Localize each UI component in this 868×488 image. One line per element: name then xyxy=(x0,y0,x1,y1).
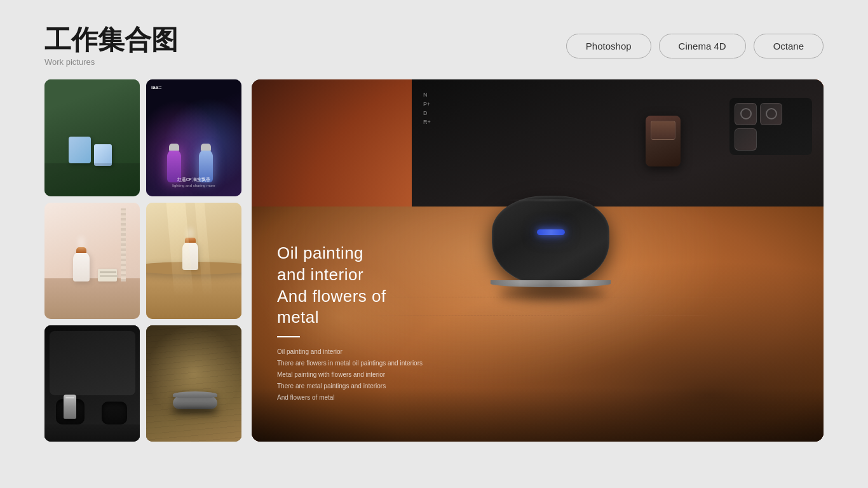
thumbnail-2[interactable]: iaa:: 红薫CP 满室飘香 lighting and sharing mor… xyxy=(146,79,241,196)
preview-divider xyxy=(277,336,300,337)
content-area: iaa:: 红薫CP 满室飘香 lighting and sharing mor… xyxy=(0,79,868,442)
title-block: 工作集合图 Work pictures xyxy=(44,25,178,67)
main-preview: NP+DR+ xyxy=(252,79,824,442)
preview-text-overlay: Oil painting and interior And flowers of… xyxy=(277,243,423,403)
nav-btn-octane[interactable]: Octane xyxy=(754,34,824,58)
thumbnail-5[interactable] xyxy=(44,325,140,442)
main-title: 工作集合图 xyxy=(44,25,178,55)
thumbnail-4[interactable] xyxy=(146,203,241,319)
nav-buttons: Photoshop Cinema 4D Octane xyxy=(566,34,824,58)
thumbnail-1[interactable] xyxy=(44,79,140,196)
thumbnail-3[interactable] xyxy=(44,203,140,319)
nav-btn-cinema4d[interactable]: Cinema 4D xyxy=(659,34,746,58)
subtitle: Work pictures xyxy=(44,57,178,67)
preview-main-heading: Oil painting and interior And flowers of… xyxy=(277,243,423,329)
header: 工作集合图 Work pictures Photoshop Cinema 4D … xyxy=(0,0,868,79)
thumbnails-grid: iaa:: 红薫CP 满室飘香 lighting and sharing mor… xyxy=(44,79,241,442)
thumbnail-6[interactable] xyxy=(146,325,241,442)
nav-btn-photoshop[interactable]: Photoshop xyxy=(566,34,651,58)
preview-description: Oil painting and interior There are flow… xyxy=(277,346,423,403)
